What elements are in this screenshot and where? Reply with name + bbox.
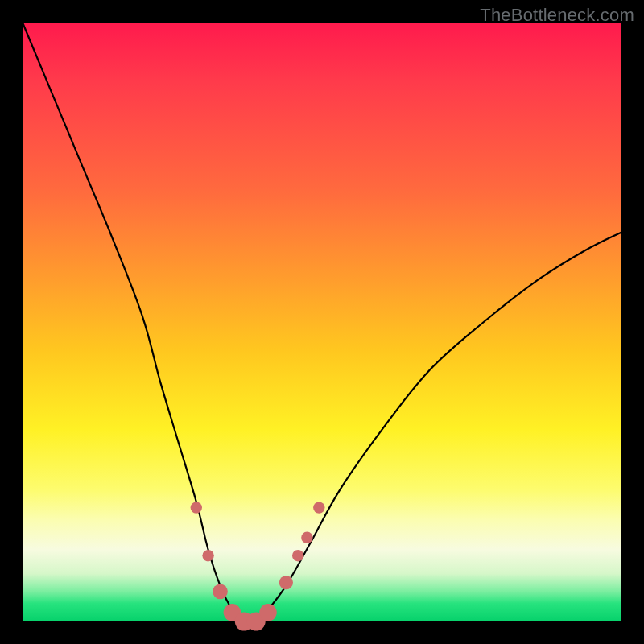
bottleneck-curve bbox=[23, 23, 621, 623]
watermark-text: TheBottleneck.com bbox=[480, 5, 634, 26]
chart-frame bbox=[23, 23, 621, 621]
curve-marker bbox=[292, 550, 303, 561]
curve-marker bbox=[279, 576, 293, 589]
curve-markers bbox=[191, 502, 325, 630]
curve-marker bbox=[213, 584, 228, 599]
curve-marker bbox=[313, 502, 324, 513]
curve-marker bbox=[259, 604, 277, 621]
curve-marker bbox=[301, 532, 312, 543]
curve-marker bbox=[191, 502, 202, 513]
curve-marker bbox=[202, 550, 213, 561]
chart-svg bbox=[23, 23, 621, 621]
